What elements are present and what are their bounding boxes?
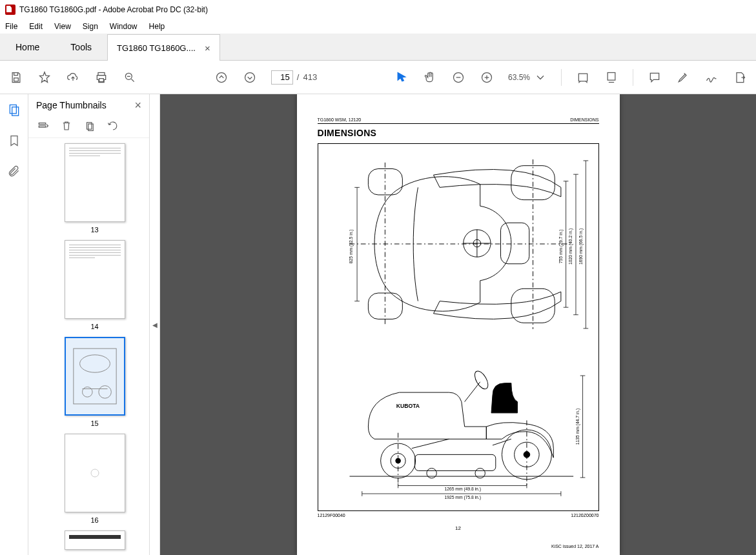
zoom-dropdown[interactable]: 63.5% (508, 71, 547, 84)
svg-rect-14 (87, 122, 92, 129)
highlight-icon[interactable] (676, 70, 690, 85)
print-icon[interactable] (94, 70, 108, 85)
zoom-in-icon[interactable] (480, 70, 494, 85)
doc-page-number: 12 (318, 525, 599, 531)
page-up-icon[interactable] (214, 70, 229, 85)
tab-tools[interactable]: Tools (55, 34, 107, 60)
dimensions-figure: 825 mm (32.5 in.) 755 mm (29.7 in.) 1020… (318, 143, 599, 511)
more-tools-icon[interactable] (733, 70, 747, 85)
svg-point-17 (79, 355, 110, 372)
titlebar: TG1860 TG1860G.pdf - Adobe Acrobat Pro D… (0, 0, 756, 19)
options-menu-icon[interactable] (37, 120, 49, 134)
thumbnail-16[interactable]: 16 (40, 434, 149, 524)
zoom-find-icon[interactable] (123, 70, 137, 85)
menubar: File Edit View Sign Window Help (0, 19, 756, 34)
svg-point-5 (245, 72, 254, 82)
svg-point-36 (426, 469, 436, 478)
svg-point-34 (472, 369, 491, 391)
separator (633, 69, 633, 86)
undo-page-icon[interactable] (107, 120, 119, 134)
page-indicator: / 413 (271, 70, 317, 85)
zoom-value: 63.5% (508, 73, 530, 82)
separator (561, 69, 562, 86)
dim-755: 755 mm (29.7 in.) (558, 230, 563, 264)
left-rail (0, 94, 28, 555)
main-tabs: Home Tools TG1860 TG1860G.... × (0, 34, 756, 61)
window-title: TG1860 TG1860G.pdf - Adobe Acrobat Pro D… (19, 5, 208, 14)
rotate-page-icon[interactable] (84, 120, 96, 134)
bookmark-rail-icon[interactable] (8, 134, 21, 150)
page-sep: / (297, 72, 300, 82)
svg-rect-11 (12, 107, 18, 116)
doc-header-left: TG1860 WSM, 12120 (318, 117, 362, 122)
pdf-page: TG1860 WSM, 12120 DIMENSIONS DIMENSIONS (297, 94, 620, 555)
thumbnails-panel: Page Thumbnails × 13 14 15 (28, 94, 150, 555)
menu-edit[interactable]: Edit (29, 22, 43, 31)
thumbnail-list[interactable]: 13 14 15 16 (28, 138, 149, 555)
page-down-icon[interactable] (243, 70, 257, 85)
svg-rect-0 (14, 77, 19, 81)
svg-point-4 (216, 72, 226, 82)
svg-rect-1 (98, 72, 105, 75)
dim-1020: 1020 mm (40.2 in.) (568, 228, 573, 265)
toolbar: / 413 63.5% (0, 61, 756, 94)
menu-sign[interactable]: Sign (83, 22, 98, 31)
tab-document-label: TG1860 TG1860G.... (117, 43, 196, 53)
svg-rect-9 (608, 72, 615, 80)
zoom-out-icon[interactable] (451, 70, 465, 85)
thumbnail-options (28, 116, 149, 138)
thumbnails-rail-icon[interactable] (8, 103, 21, 119)
current-page-input[interactable] (271, 70, 293, 85)
save-icon[interactable] (9, 70, 23, 85)
svg-point-37 (475, 469, 484, 478)
svg-point-19 (98, 386, 111, 399)
brand-label: KUBOTA (396, 403, 420, 409)
collapse-handle[interactable]: ◀ (150, 94, 160, 555)
thumbnail-label: 14 (40, 323, 149, 330)
attachments-rail-icon[interactable] (8, 165, 21, 181)
svg-rect-10 (10, 105, 16, 114)
svg-rect-27 (500, 223, 529, 264)
svg-point-20 (91, 469, 99, 477)
dim-1690: 1690 mm (66.5 in.) (578, 228, 583, 265)
figure-id-left: 12129F00040 (318, 513, 345, 518)
thumbnail-15[interactable]: 15 (40, 337, 149, 427)
thumbnail-13[interactable]: 13 (40, 143, 149, 234)
close-tab-icon[interactable]: × (205, 43, 210, 54)
sign-icon[interactable] (704, 70, 719, 85)
dim-1265: 1265 mm (49.8 in.) (444, 487, 480, 492)
star-icon[interactable] (37, 70, 52, 85)
select-tool-icon[interactable] (394, 70, 409, 85)
svg-rect-12 (39, 123, 46, 124)
menu-view[interactable]: View (54, 22, 71, 31)
delete-page-icon[interactable] (61, 120, 72, 134)
menu-window[interactable]: Window (110, 22, 138, 31)
svg-rect-13 (39, 126, 46, 127)
menu-file[interactable]: File (5, 22, 17, 31)
fit-width-icon[interactable] (576, 70, 590, 85)
total-pages: 413 (303, 72, 317, 82)
hand-tool-icon[interactable] (423, 70, 437, 85)
triangle-left-icon: ◀ (152, 321, 158, 328)
figure-id-right: 12120Z00070 (571, 513, 598, 518)
chevron-down-icon (534, 71, 547, 84)
fit-page-icon[interactable] (604, 70, 618, 85)
doc-issuance: KiSC issued 12, 2017 A (318, 544, 599, 549)
thumbnail-14[interactable]: 14 (40, 240, 149, 330)
close-panel-icon[interactable]: × (134, 99, 141, 112)
thumbnail-next[interactable] (40, 530, 149, 550)
svg-rect-2 (99, 78, 104, 81)
thumbnails-title: Page Thumbnails (36, 100, 107, 110)
comment-icon[interactable] (648, 70, 662, 85)
menu-help[interactable]: Help (149, 22, 165, 31)
dim-825: 825 mm (32.5 in.) (349, 230, 354, 264)
tab-home[interactable]: Home (0, 34, 55, 60)
dim-1925: 1925 mm (75.8 in.) (444, 495, 480, 500)
document-area[interactable]: TG1860 WSM, 12120 DIMENSIONS DIMENSIONS (160, 94, 756, 555)
doc-heading: DIMENSIONS (318, 128, 599, 138)
doc-header-right: DIMENSIONS (570, 117, 598, 122)
tab-document[interactable]: TG1860 TG1860G.... × (107, 34, 220, 61)
thumbnail-label: 13 (40, 226, 149, 234)
thumbnail-label: 15 (40, 419, 149, 427)
cloud-upload-icon[interactable] (66, 70, 80, 85)
